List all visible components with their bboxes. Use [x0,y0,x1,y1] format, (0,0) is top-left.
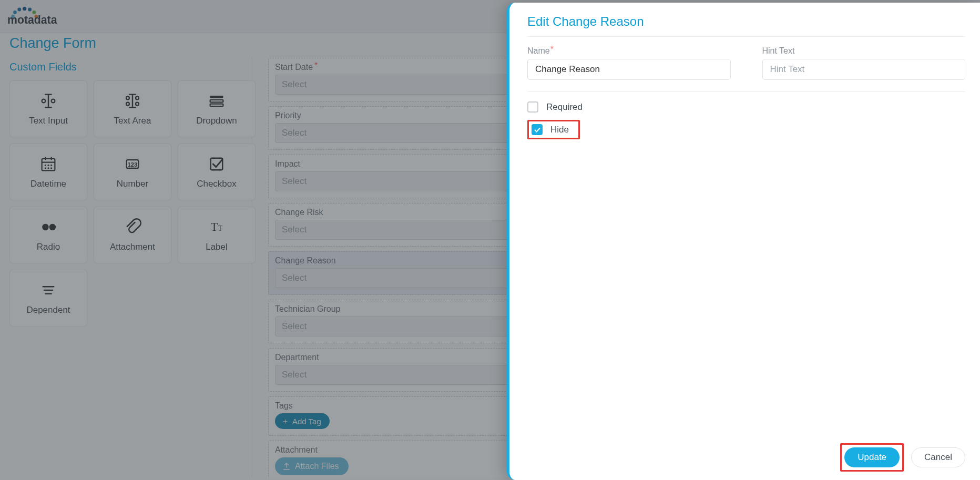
add-tag-button[interactable]: ＋Add Tag [275,413,330,429]
field-type-dropdown[interactable]: Dropdown [178,80,256,137]
svg-text:T: T [218,224,222,232]
name-label-text: Name [527,46,550,55]
dependent-icon [39,281,58,300]
field-type-grid: Text InputText AreaDropdownDatetime123Nu… [9,80,242,326]
attach-files-label: Attach Files [295,462,339,471]
field-type-label: Label [206,242,228,252]
highlight-update: Update [840,443,904,472]
custom-fields-panel: Custom Fields Text InputText AreaDropdow… [0,57,252,477]
svg-point-11 [126,103,129,106]
field-type-attachment[interactable]: Attachment [94,207,171,263]
check-icon [534,126,541,134]
logo: motadata [7,6,79,26]
svg-point-20 [45,165,46,166]
name-label: Name* [527,46,731,56]
field-type-label: Attachment [110,242,155,252]
field-type-label: Text Input [29,116,68,126]
svg-point-3 [23,7,26,11]
attach-files-button[interactable]: Attach Files [275,457,349,475]
required-asterisk: * [314,61,318,70]
edit-field-panel: Edit Change Reason Name* Hint Text [507,3,980,480]
svg-point-29 [42,224,48,230]
svg-point-23 [45,167,46,169]
panel-title: Edit Change Reason [527,14,965,37]
svg-point-24 [47,167,49,169]
highlight-hide: Hide [527,120,580,139]
svg-point-2 [17,8,21,12]
field-type-label: Text Area [114,116,151,126]
text-area-icon [123,91,142,110]
panel-footer: Update Cancel [527,445,965,469]
required-checkbox[interactable]: Required [527,101,965,113]
hide-checkbox[interactable]: Hide [532,124,576,135]
field-type-label: Datetime [30,179,66,189]
svg-point-25 [50,167,52,169]
dropdown-icon [207,91,226,110]
required-checkbox-label: Required [546,102,583,113]
name-input[interactable] [527,59,731,80]
svg-point-30 [49,224,56,230]
field-type-label: Number [117,179,148,189]
field-type-label: Radio [37,242,60,252]
field-type-checkbox[interactable]: Checkbox [178,144,256,200]
panel-body: Name* Hint Text Required [527,37,965,445]
hint-input[interactable] [762,59,966,80]
panel-row-inputs: Name* Hint Text [527,46,965,92]
label-icon: TT [207,218,226,237]
svg-rect-13 [210,96,223,98]
svg-text:123: 123 [128,161,138,168]
logo-text: motadata [7,14,57,26]
field-type-dependent[interactable]: Dependent [9,270,87,326]
panel-checkboxes: Required Hide [527,92,965,139]
field-type-number[interactable]: 123Number [94,144,171,200]
svg-point-21 [47,165,49,166]
required-asterisk: * [550,45,554,54]
hide-checkbox-label: Hide [550,125,569,135]
checkbox-icon [207,155,226,173]
svg-rect-14 [210,100,223,103]
motadata-logo-icon: motadata [7,6,79,26]
hint-field-wrap: Hint Text [762,46,966,80]
svg-rect-15 [210,104,223,107]
field-type-label[interactable]: TTLabel [178,207,256,263]
add-tag-label: Add Tag [292,417,321,426]
name-field-wrap: Name* [527,46,731,80]
field-type-datetime[interactable]: Datetime [9,144,87,200]
svg-text:T: T [211,220,218,233]
svg-point-4 [28,8,32,12]
field-type-text-input[interactable]: Text Input [9,80,87,137]
text-input-icon [39,91,58,110]
svg-point-12 [136,103,139,106]
cancel-button[interactable]: Cancel [911,447,965,467]
field-type-label: Checkbox [197,179,237,189]
hint-label: Hint Text [762,46,966,56]
datetime-icon [39,155,58,173]
number-icon: 123 [123,155,142,173]
svg-point-8 [52,99,55,103]
field-type-text-area[interactable]: Text Area [94,80,171,137]
attachment-icon [123,218,142,237]
field-type-label: Dropdown [196,116,237,126]
field-type-label: Dependent [26,305,70,315]
page-root: motadata Change Form Custom Fields Text … [0,0,980,480]
custom-fields-heading: Custom Fields [9,61,242,73]
checkbox-box [527,101,538,113]
svg-point-7 [42,99,46,103]
update-button[interactable]: Update [844,447,900,467]
svg-point-22 [50,165,52,166]
plus-icon: ＋ [281,416,289,426]
svg-point-9 [126,96,129,99]
field-type-radio[interactable]: Radio [9,207,87,263]
svg-point-10 [136,96,139,99]
upload-icon [282,462,291,471]
checkbox-box [532,124,543,135]
radio-icon [39,218,58,237]
